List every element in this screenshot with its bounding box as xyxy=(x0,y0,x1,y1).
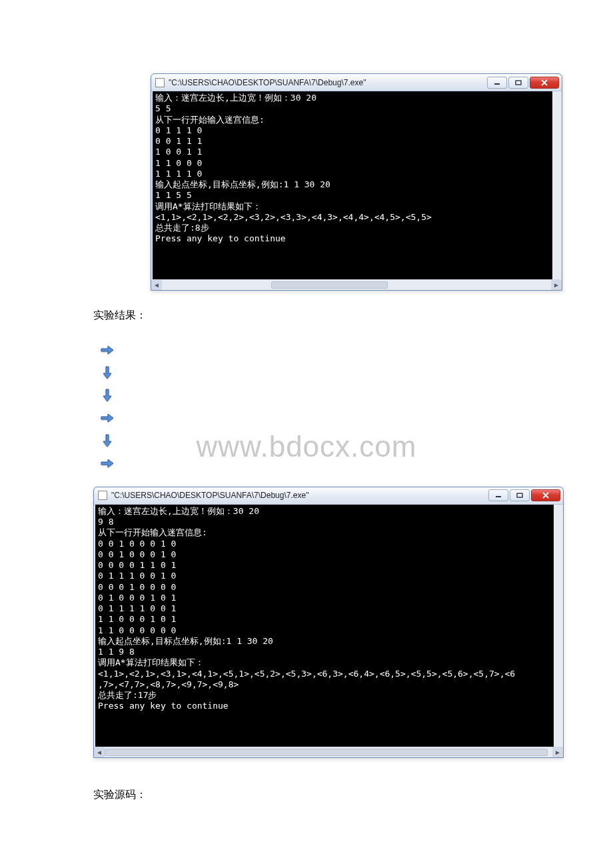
svg-rect-0 xyxy=(494,83,500,85)
console-line: 0 0 1 1 1 xyxy=(155,136,550,147)
scroll-thumb[interactable] xyxy=(271,281,388,289)
console-line: 0 1 1 1 0 xyxy=(155,125,550,136)
console-window-2: "C:\USERS\CHAO\DESKTOP\SUANFA\7\Debug\7.… xyxy=(93,487,564,759)
console-body: 输入：迷宫左边长,上边宽！例如：30 205 5从下一行开始输入迷宫信息:0 1… xyxy=(151,91,562,290)
window-controls xyxy=(488,489,560,501)
arrow-right-icon xyxy=(100,411,115,425)
close-button[interactable] xyxy=(530,77,559,89)
scroll-right-arrow[interactable]: ► xyxy=(551,280,562,290)
console-line: 总共走了:8步 xyxy=(155,223,550,233)
vertical-scrollbar[interactable] xyxy=(552,91,562,279)
minimize-button[interactable] xyxy=(488,489,508,501)
console-line: ,7>,<7,7>,<8,7>,<9,7>,<9,8> xyxy=(98,679,551,690)
svg-rect-3 xyxy=(517,493,522,497)
console-line: 从下一行开始输入迷宫信息: xyxy=(155,115,550,125)
console-line: 输入起点坐标,目标点坐标,例如:1 1 30 20 xyxy=(98,636,551,647)
console-line: 5 5 xyxy=(155,103,550,114)
console-line: 1 1 0 0 0 1 0 1 xyxy=(98,614,551,625)
arrow-right-icon xyxy=(100,343,115,357)
window-title: "C:\USERS\CHAO\DESKTOP\SUANFA\7\Debug\7.… xyxy=(111,491,488,500)
console-line: 输入起点坐标,目标点坐标,例如:1 1 30 20 xyxy=(155,179,550,190)
console-line: 1 0 0 1 1 xyxy=(155,147,550,157)
window-title: "C:\USERS\CHAO\DESKTOP\SUANFA\7\Debug\7.… xyxy=(169,78,487,87)
console-line: 从下一行开始输入迷宫信息: xyxy=(98,527,551,538)
minimize-button[interactable] xyxy=(487,77,507,89)
console-line: 0 0 1 0 0 0 1 0 xyxy=(98,539,551,549)
scroll-left-arrow[interactable]: ◄ xyxy=(94,747,105,757)
console-line: <1,1>,<2,1>,<3,1>,<4,1>,<5,1>,<5,2>,<5,3… xyxy=(98,669,551,679)
horizontal-scrollbar[interactable]: ◄ ► xyxy=(151,279,562,290)
console-line: 输入：迷宫左边长,上边宽！例如：30 20 xyxy=(98,506,551,517)
console-line: <1,1>,<2,1>,<2,2>,<3,2>,<3,3>,<4,3>,<4,4… xyxy=(155,212,550,223)
arrow-down-icon xyxy=(100,365,115,380)
console-line: 9 8 xyxy=(98,517,551,527)
console-line: 1 1 0 0 0 xyxy=(155,158,550,169)
arrow-down-icon xyxy=(100,433,115,448)
console-line: 1 1 0 0 0 0 0 0 xyxy=(98,625,551,636)
svg-rect-2 xyxy=(496,496,501,497)
console-line: 输入：迷宫左边长,上边宽！例如：30 20 xyxy=(155,93,550,103)
console-output[interactable]: 输入：迷宫左边长,上边宽！例如：30 205 5从下一行开始输入迷宫信息:0 1… xyxy=(151,91,562,279)
console-line: 0 1 1 1 1 0 0 1 xyxy=(98,603,551,614)
console-line: 0 1 1 1 0 0 1 0 xyxy=(98,571,551,581)
console-line: 调用A*算法打印结果如下： xyxy=(155,201,550,212)
scroll-left-arrow[interactable]: ◄ xyxy=(151,280,162,290)
scroll-track[interactable] xyxy=(105,747,552,757)
console-line: 1 1 5 5 xyxy=(155,190,550,201)
close-button[interactable] xyxy=(531,489,560,501)
source-heading: 实验源码： xyxy=(93,786,520,803)
console-line: 1 1 1 1 0 xyxy=(155,169,550,179)
console-line: 1 1 9 8 xyxy=(98,647,551,657)
results-heading: 实验结果： xyxy=(93,307,520,324)
arrow-list xyxy=(100,343,520,471)
app-icon xyxy=(155,78,165,87)
svg-rect-1 xyxy=(516,81,521,85)
console-line: 调用A*算法打印结果如下： xyxy=(98,657,551,668)
console-line: 0 0 1 0 0 0 1 0 xyxy=(98,549,551,560)
arrow-right-icon xyxy=(100,456,115,471)
console-line: 0 1 0 0 0 1 0 1 xyxy=(98,593,551,603)
maximize-button[interactable] xyxy=(510,489,530,501)
console-body: 输入：迷宫左边长,上边宽！例如：30 209 8从下一行开始输入迷宫信息:0 0… xyxy=(94,505,563,758)
console-line: Press any key to continue xyxy=(98,701,551,711)
scroll-thumb[interactable] xyxy=(105,749,548,756)
console-line: 总共走了:17步 xyxy=(98,690,551,701)
vertical-scrollbar[interactable] xyxy=(554,505,563,747)
titlebar[interactable]: "C:\USERS\CHAO\DESKTOP\SUANFA\7\Debug\7.… xyxy=(151,74,562,91)
horizontal-scrollbar[interactable]: ◄ ► xyxy=(94,747,563,757)
scroll-right-arrow[interactable]: ► xyxy=(552,747,563,757)
arrow-down-icon xyxy=(100,388,115,403)
app-icon xyxy=(98,491,107,500)
console-line: 0 0 0 1 0 0 0 0 xyxy=(98,582,551,593)
console-output[interactable]: 输入：迷宫左边长,上边宽！例如：30 209 8从下一行开始输入迷宫信息:0 0… xyxy=(94,505,563,747)
document-page: "C:\USERS\CHAO\DESKTOP\SUANFA\7\Debug\7.… xyxy=(0,0,613,862)
maximize-button[interactable] xyxy=(508,77,528,89)
window-controls xyxy=(487,77,559,89)
console-line: 0 0 0 0 1 1 0 1 xyxy=(98,560,551,571)
console-line: Press any key to continue xyxy=(155,233,550,244)
titlebar[interactable]: "C:\USERS\CHAO\DESKTOP\SUANFA\7\Debug\7.… xyxy=(94,487,563,505)
console-window-1: "C:\USERS\CHAO\DESKTOP\SUANFA\7\Debug\7.… xyxy=(151,73,562,291)
scroll-track[interactable] xyxy=(162,280,551,290)
